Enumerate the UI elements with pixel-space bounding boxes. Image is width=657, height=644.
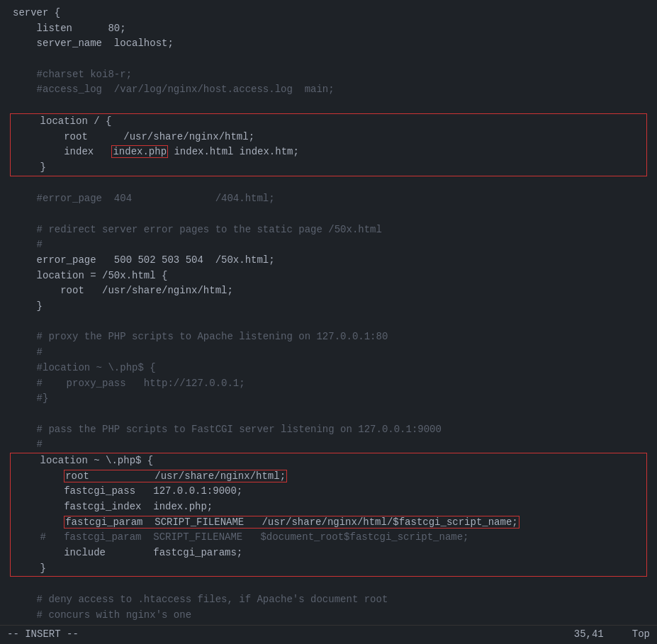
line-34: fastcgi_param SCRIPT_FILENAME /usr/share… [11,515,646,531]
line-35: # fastcgi_param SCRIPT_FILENAME $documen… [11,530,646,546]
line-32: fastcgi_pass 127.0.0.1:9000; [11,484,646,499]
line-33: fastcgi_index index.php; [11,499,646,515]
statusbar-right: 35,41 Top [574,627,650,643]
line-8: location / { [11,114,646,130]
line-14 [7,207,650,222]
statusbar-position: 35,41 [574,627,604,643]
root-highlight: root /usr/share/nginx/html; [64,470,287,482]
line-27 [7,407,650,422]
line-16: # [7,237,650,253]
line-26: #} [7,391,650,407]
line-37: } [11,561,646,577]
statusbar-mode: -- INSERT -- [7,627,79,643]
line-38 [7,577,650,592]
line-36: include fastcgi_params; [11,546,646,561]
line-12 [7,176,650,192]
line-39: # deny access to .htaccess files, if Apa… [7,592,650,608]
line-29: # [7,437,650,453]
line-5: #charset koi8-r; [7,67,650,83]
line-40: # concurs with nginx's one [7,608,650,623]
fastcgi-param-highlight: fastcgi_param SCRIPT_FILENAME /usr/share… [64,516,520,529]
line-11: } [11,160,646,176]
line-25: # proxy_pass http://127.0.0.1; [7,376,650,392]
index-php-highlight: index.php [111,145,168,158]
line-17: error_page 500 502 503 504 /50x.html; [7,253,650,269]
location-block-2: location ~ \.php$ { root /usr/share/ngin… [10,453,647,577]
line-2: listen 80; [7,21,650,37]
line-15: # redirect server error pages to the sta… [7,222,650,238]
line-10: index index.php index.html index.htm; [11,145,646,160]
line-22: # proxy the PHP scripts to Apache listen… [7,329,650,345]
line-24: #location ~ \.php$ { [7,361,650,376]
statusbar: -- INSERT -- 35,41 Top [0,625,657,644]
code-content: server { listen 80; server_name localhos… [0,6,657,623]
line-30: location ~ \.php$ { [11,453,646,469]
line-6: #access_log /var/log/nginx/host.access.l… [7,82,650,98]
line-3: server_name localhost; [7,36,650,52]
location-block-1: location / { root /usr/share/nginx/html;… [10,113,647,176]
line-31: root /usr/share/nginx/html; [11,469,646,485]
line-13: #error_page 404 /404.html; [7,191,650,207]
line-18: location = /50x.html { [7,269,650,284]
line-9: root /usr/share/nginx/html; [11,130,646,145]
line-7 [7,98,650,113]
line-1: server { [7,6,650,21]
line-28: # pass the PHP scripts to FastCGI server… [7,422,650,438]
line-20: } [7,299,650,315]
line-23: # [7,345,650,361]
line-4 [7,52,650,67]
line-21 [7,315,650,330]
line-19: root /usr/share/nginx/html; [7,283,650,299]
code-editor: server { listen 80; server_name localhos… [0,0,657,644]
statusbar-scroll: Top [632,627,650,643]
